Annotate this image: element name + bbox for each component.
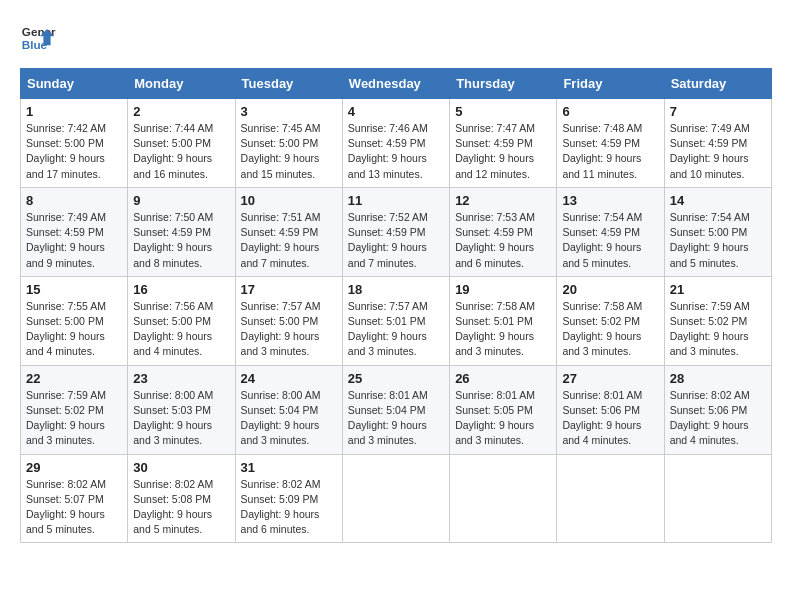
day-number: 3	[241, 104, 337, 119]
calendar-cell: 19 Sunrise: 7:58 AM Sunset: 5:01 PM Dayl…	[450, 276, 557, 365]
day-info: Sunrise: 8:01 AM Sunset: 5:04 PM Dayligh…	[348, 388, 444, 449]
day-info: Sunrise: 8:01 AM Sunset: 5:06 PM Dayligh…	[562, 388, 658, 449]
svg-text:General: General	[22, 25, 56, 38]
day-info: Sunrise: 8:00 AM Sunset: 5:03 PM Dayligh…	[133, 388, 229, 449]
day-info: Sunrise: 7:55 AM Sunset: 5:00 PM Dayligh…	[26, 299, 122, 360]
column-header-thursday: Thursday	[450, 69, 557, 99]
calendar-week-row: 8 Sunrise: 7:49 AM Sunset: 4:59 PM Dayli…	[21, 187, 772, 276]
day-number: 25	[348, 371, 444, 386]
day-number: 5	[455, 104, 551, 119]
calendar-week-row: 22 Sunrise: 7:59 AM Sunset: 5:02 PM Dayl…	[21, 365, 772, 454]
day-number: 13	[562, 193, 658, 208]
column-header-saturday: Saturday	[664, 69, 771, 99]
calendar-cell: 16 Sunrise: 7:56 AM Sunset: 5:00 PM Dayl…	[128, 276, 235, 365]
calendar-cell	[664, 454, 771, 543]
calendar-cell: 26 Sunrise: 8:01 AM Sunset: 5:05 PM Dayl…	[450, 365, 557, 454]
column-header-sunday: Sunday	[21, 69, 128, 99]
day-number: 27	[562, 371, 658, 386]
calendar-cell: 30 Sunrise: 8:02 AM Sunset: 5:08 PM Dayl…	[128, 454, 235, 543]
day-number: 15	[26, 282, 122, 297]
calendar-header-row: SundayMondayTuesdayWednesdayThursdayFrid…	[21, 69, 772, 99]
column-header-monday: Monday	[128, 69, 235, 99]
calendar-table: SundayMondayTuesdayWednesdayThursdayFrid…	[20, 68, 772, 543]
day-number: 6	[562, 104, 658, 119]
page-header: General Blue	[20, 20, 772, 56]
calendar-cell: 10 Sunrise: 7:51 AM Sunset: 4:59 PM Dayl…	[235, 187, 342, 276]
day-number: 28	[670, 371, 766, 386]
calendar-cell: 18 Sunrise: 7:57 AM Sunset: 5:01 PM Dayl…	[342, 276, 449, 365]
calendar-cell: 24 Sunrise: 8:00 AM Sunset: 5:04 PM Dayl…	[235, 365, 342, 454]
calendar-cell: 15 Sunrise: 7:55 AM Sunset: 5:00 PM Dayl…	[21, 276, 128, 365]
day-number: 26	[455, 371, 551, 386]
day-number: 21	[670, 282, 766, 297]
day-number: 24	[241, 371, 337, 386]
day-info: Sunrise: 7:42 AM Sunset: 5:00 PM Dayligh…	[26, 121, 122, 182]
calendar-cell: 9 Sunrise: 7:50 AM Sunset: 4:59 PM Dayli…	[128, 187, 235, 276]
day-info: Sunrise: 7:59 AM Sunset: 5:02 PM Dayligh…	[26, 388, 122, 449]
day-number: 29	[26, 460, 122, 475]
calendar-week-row: 1 Sunrise: 7:42 AM Sunset: 5:00 PM Dayli…	[21, 99, 772, 188]
calendar-cell	[342, 454, 449, 543]
calendar-cell: 5 Sunrise: 7:47 AM Sunset: 4:59 PM Dayli…	[450, 99, 557, 188]
calendar-cell: 20 Sunrise: 7:58 AM Sunset: 5:02 PM Dayl…	[557, 276, 664, 365]
day-info: Sunrise: 7:56 AM Sunset: 5:00 PM Dayligh…	[133, 299, 229, 360]
calendar-cell: 29 Sunrise: 8:02 AM Sunset: 5:07 PM Dayl…	[21, 454, 128, 543]
day-info: Sunrise: 8:02 AM Sunset: 5:07 PM Dayligh…	[26, 477, 122, 538]
day-info: Sunrise: 7:47 AM Sunset: 4:59 PM Dayligh…	[455, 121, 551, 182]
day-info: Sunrise: 7:48 AM Sunset: 4:59 PM Dayligh…	[562, 121, 658, 182]
calendar-cell: 12 Sunrise: 7:53 AM Sunset: 4:59 PM Dayl…	[450, 187, 557, 276]
day-info: Sunrise: 7:49 AM Sunset: 4:59 PM Dayligh…	[670, 121, 766, 182]
day-info: Sunrise: 7:59 AM Sunset: 5:02 PM Dayligh…	[670, 299, 766, 360]
logo-icon: General Blue	[20, 20, 56, 56]
column-header-wednesday: Wednesday	[342, 69, 449, 99]
calendar-cell: 7 Sunrise: 7:49 AM Sunset: 4:59 PM Dayli…	[664, 99, 771, 188]
calendar-cell: 6 Sunrise: 7:48 AM Sunset: 4:59 PM Dayli…	[557, 99, 664, 188]
calendar-cell: 14 Sunrise: 7:54 AM Sunset: 5:00 PM Dayl…	[664, 187, 771, 276]
calendar-cell: 25 Sunrise: 8:01 AM Sunset: 5:04 PM Dayl…	[342, 365, 449, 454]
day-info: Sunrise: 7:45 AM Sunset: 5:00 PM Dayligh…	[241, 121, 337, 182]
day-info: Sunrise: 7:57 AM Sunset: 5:00 PM Dayligh…	[241, 299, 337, 360]
calendar-week-row: 15 Sunrise: 7:55 AM Sunset: 5:00 PM Dayl…	[21, 276, 772, 365]
calendar-cell: 11 Sunrise: 7:52 AM Sunset: 4:59 PM Dayl…	[342, 187, 449, 276]
calendar-cell: 2 Sunrise: 7:44 AM Sunset: 5:00 PM Dayli…	[128, 99, 235, 188]
calendar-cell: 31 Sunrise: 8:02 AM Sunset: 5:09 PM Dayl…	[235, 454, 342, 543]
day-number: 16	[133, 282, 229, 297]
column-header-friday: Friday	[557, 69, 664, 99]
day-number: 20	[562, 282, 658, 297]
day-info: Sunrise: 7:51 AM Sunset: 4:59 PM Dayligh…	[241, 210, 337, 271]
day-info: Sunrise: 7:57 AM Sunset: 5:01 PM Dayligh…	[348, 299, 444, 360]
day-number: 31	[241, 460, 337, 475]
day-info: Sunrise: 7:58 AM Sunset: 5:02 PM Dayligh…	[562, 299, 658, 360]
day-info: Sunrise: 7:54 AM Sunset: 5:00 PM Dayligh…	[670, 210, 766, 271]
calendar-cell: 17 Sunrise: 7:57 AM Sunset: 5:00 PM Dayl…	[235, 276, 342, 365]
day-info: Sunrise: 8:02 AM Sunset: 5:08 PM Dayligh…	[133, 477, 229, 538]
calendar-cell	[450, 454, 557, 543]
day-number: 1	[26, 104, 122, 119]
calendar-cell	[557, 454, 664, 543]
day-info: Sunrise: 8:02 AM Sunset: 5:06 PM Dayligh…	[670, 388, 766, 449]
day-number: 22	[26, 371, 122, 386]
calendar-cell: 1 Sunrise: 7:42 AM Sunset: 5:00 PM Dayli…	[21, 99, 128, 188]
day-number: 4	[348, 104, 444, 119]
day-number: 23	[133, 371, 229, 386]
day-number: 11	[348, 193, 444, 208]
day-number: 18	[348, 282, 444, 297]
calendar-cell: 3 Sunrise: 7:45 AM Sunset: 5:00 PM Dayli…	[235, 99, 342, 188]
day-number: 7	[670, 104, 766, 119]
day-number: 9	[133, 193, 229, 208]
day-info: Sunrise: 7:54 AM Sunset: 4:59 PM Dayligh…	[562, 210, 658, 271]
day-info: Sunrise: 7:53 AM Sunset: 4:59 PM Dayligh…	[455, 210, 551, 271]
calendar-cell: 4 Sunrise: 7:46 AM Sunset: 4:59 PM Dayli…	[342, 99, 449, 188]
calendar-cell: 13 Sunrise: 7:54 AM Sunset: 4:59 PM Dayl…	[557, 187, 664, 276]
day-info: Sunrise: 7:49 AM Sunset: 4:59 PM Dayligh…	[26, 210, 122, 271]
day-info: Sunrise: 8:02 AM Sunset: 5:09 PM Dayligh…	[241, 477, 337, 538]
day-number: 30	[133, 460, 229, 475]
calendar-cell: 21 Sunrise: 7:59 AM Sunset: 5:02 PM Dayl…	[664, 276, 771, 365]
calendar-cell: 27 Sunrise: 8:01 AM Sunset: 5:06 PM Dayl…	[557, 365, 664, 454]
day-number: 8	[26, 193, 122, 208]
day-info: Sunrise: 8:01 AM Sunset: 5:05 PM Dayligh…	[455, 388, 551, 449]
day-info: Sunrise: 7:52 AM Sunset: 4:59 PM Dayligh…	[348, 210, 444, 271]
logo: General Blue	[20, 20, 56, 56]
day-info: Sunrise: 7:58 AM Sunset: 5:01 PM Dayligh…	[455, 299, 551, 360]
day-info: Sunrise: 8:00 AM Sunset: 5:04 PM Dayligh…	[241, 388, 337, 449]
